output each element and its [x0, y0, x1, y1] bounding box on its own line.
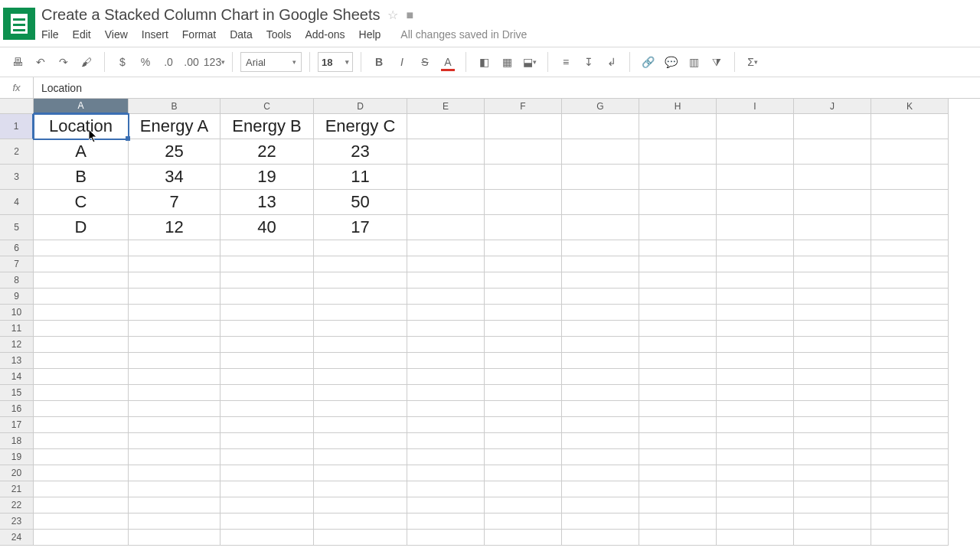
formula-bar-input[interactable]: Location: [34, 82, 980, 94]
cell-A24[interactable]: [34, 530, 129, 546]
cell-K23[interactable]: [871, 514, 949, 530]
cell-C14[interactable]: [220, 369, 314, 385]
cell-K9[interactable]: [871, 289, 949, 305]
cell-C2[interactable]: 22: [220, 139, 314, 165]
cell-A18[interactable]: [34, 433, 129, 449]
cell-I10[interactable]: [717, 305, 794, 321]
cell-I24[interactable]: [717, 530, 794, 546]
row-header-20[interactable]: 20: [0, 465, 34, 481]
col-header-H[interactable]: H: [639, 99, 717, 114]
cell-C11[interactable]: [220, 321, 314, 337]
cell-F16[interactable]: [485, 401, 562, 417]
cell-H7[interactable]: [639, 256, 717, 272]
cell-K14[interactable]: [871, 369, 949, 385]
cell-C10[interactable]: [220, 305, 314, 321]
cell-G22[interactable]: [562, 497, 639, 514]
cell-A5[interactable]: D: [34, 215, 129, 240]
row-header-8[interactable]: 8: [0, 272, 34, 289]
cell-K22[interactable]: [871, 497, 949, 514]
cell-H2[interactable]: [639, 139, 717, 165]
cell-B7[interactable]: [129, 256, 220, 272]
cell-I7[interactable]: [717, 256, 794, 272]
row-header-3[interactable]: 3: [0, 165, 34, 190]
cell-A11[interactable]: [34, 321, 129, 337]
row-header-6[interactable]: 6: [0, 240, 34, 256]
cell-I20[interactable]: [717, 465, 794, 481]
cell-D16[interactable]: [314, 401, 407, 417]
folder-icon[interactable]: ■: [406, 8, 413, 22]
cell-H18[interactable]: [639, 433, 717, 449]
cell-B24[interactable]: [129, 530, 220, 546]
cell-F11[interactable]: [485, 321, 562, 337]
cell-K15[interactable]: [871, 385, 949, 401]
cell-F18[interactable]: [485, 433, 562, 449]
cell-J6[interactable]: [794, 240, 871, 256]
print-icon[interactable]: 🖶: [8, 51, 28, 73]
cell-E22[interactable]: [407, 497, 485, 514]
cell-I21[interactable]: [717, 481, 794, 497]
cell-B22[interactable]: [129, 497, 220, 514]
cell-B16[interactable]: [129, 401, 220, 417]
cell-E15[interactable]: [407, 385, 485, 401]
cell-J7[interactable]: [794, 256, 871, 272]
cell-E13[interactable]: [407, 353, 485, 369]
cell-E12[interactable]: [407, 337, 485, 353]
cell-A10[interactable]: [34, 305, 129, 321]
row-header-5[interactable]: 5: [0, 215, 34, 240]
cell-I2[interactable]: [717, 139, 794, 165]
cell-G23[interactable]: [562, 514, 639, 530]
cell-G7[interactable]: [562, 256, 639, 272]
increase-decimal-icon[interactable]: .00: [181, 51, 201, 73]
cell-E19[interactable]: [407, 449, 485, 465]
row-header-16[interactable]: 16: [0, 401, 34, 417]
cell-F21[interactable]: [485, 481, 562, 497]
cell-G12[interactable]: [562, 337, 639, 353]
cell-B20[interactable]: [129, 465, 220, 481]
cell-J8[interactable]: [794, 272, 871, 289]
cell-F4[interactable]: [485, 190, 562, 215]
cell-J11[interactable]: [794, 321, 871, 337]
cell-C18[interactable]: [220, 433, 314, 449]
strikethrough-button[interactable]: S: [415, 51, 435, 73]
cell-D6[interactable]: [314, 240, 407, 256]
cell-E11[interactable]: [407, 321, 485, 337]
cell-G2[interactable]: [562, 139, 639, 165]
cell-B12[interactable]: [129, 337, 220, 353]
cell-F7[interactable]: [485, 256, 562, 272]
row-header-18[interactable]: 18: [0, 433, 34, 449]
cell-D1[interactable]: Energy C: [314, 114, 407, 139]
menu-format[interactable]: Format: [182, 28, 216, 41]
functions-icon[interactable]: Σ▾: [743, 51, 763, 73]
row-header-11[interactable]: 11: [0, 321, 34, 337]
cell-G8[interactable]: [562, 272, 639, 289]
cell-J17[interactable]: [794, 417, 871, 433]
cell-K4[interactable]: [871, 190, 949, 215]
cell-D24[interactable]: [314, 530, 407, 546]
cell-E4[interactable]: [407, 190, 485, 215]
cell-E24[interactable]: [407, 530, 485, 546]
cell-K18[interactable]: [871, 433, 949, 449]
cell-C5[interactable]: 40: [220, 215, 314, 240]
cell-E14[interactable]: [407, 369, 485, 385]
cell-H19[interactable]: [639, 449, 717, 465]
row-header-9[interactable]: 9: [0, 289, 34, 305]
redo-icon[interactable]: ↷: [54, 51, 74, 73]
col-header-J[interactable]: J: [794, 99, 871, 114]
cell-C16[interactable]: [220, 401, 314, 417]
cell-E1[interactable]: [407, 114, 485, 139]
cell-J13[interactable]: [794, 353, 871, 369]
menu-data[interactable]: Data: [230, 28, 253, 41]
more-formats-button[interactable]: 123▾: [204, 51, 224, 73]
cell-E3[interactable]: [407, 165, 485, 190]
cell-C24[interactable]: [220, 530, 314, 546]
cell-C4[interactable]: 13: [220, 190, 314, 215]
col-header-A[interactable]: A: [34, 99, 129, 114]
bold-button[interactable]: B: [369, 51, 389, 73]
cell-H1[interactable]: [639, 114, 717, 139]
cell-B14[interactable]: [129, 369, 220, 385]
cell-D19[interactable]: [314, 449, 407, 465]
cell-K5[interactable]: [871, 215, 949, 240]
row-header-24[interactable]: 24: [0, 530, 34, 546]
menu-edit[interactable]: Edit: [73, 28, 91, 41]
cell-E2[interactable]: [407, 139, 485, 165]
